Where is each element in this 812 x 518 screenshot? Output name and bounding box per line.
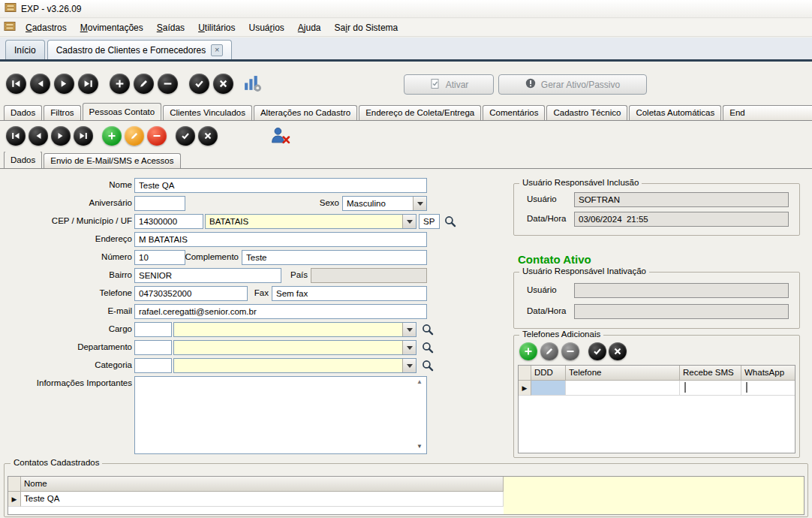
scroll-down-icon[interactable]: ▼: [417, 443, 423, 450]
menu-item-movimentacoes[interactable]: Movimentações: [74, 20, 150, 35]
tab-cadastro-clientes-fornecedores[interactable]: Cadastro de Clientes e Fornecedores ×: [47, 40, 232, 59]
confirm-record-button[interactable]: [189, 74, 209, 94]
tab-cadastro-tecnico[interactable]: Cadastro Técnico: [546, 105, 627, 120]
email-input[interactable]: [134, 304, 427, 319]
search-categoria-button[interactable]: [422, 360, 434, 372]
tab-enderecos-clipped[interactable]: End: [723, 105, 812, 120]
bairro-input[interactable]: [134, 268, 281, 283]
sexo-select[interactable]: Masculino: [342, 196, 427, 211]
search-municipio-button[interactable]: [444, 215, 456, 227]
municipio-select[interactable]: BATATAIS: [205, 214, 417, 229]
tab-contato-dados[interactable]: Dados: [4, 152, 42, 169]
contatos-grid-row[interactable]: ▶ Teste QA: [8, 492, 804, 507]
telefone-confirm-button[interactable]: [588, 342, 606, 360]
magnifier-icon: [422, 345, 434, 356]
tab-coletas-automaticas[interactable]: Coletas Automáticas: [629, 105, 721, 120]
cargo-code-input[interactable]: [134, 322, 172, 337]
dropdown-arrow-icon[interactable]: [402, 323, 416, 336]
col-whatsapp: WhatsApp: [741, 366, 795, 381]
menu-item-usuarios[interactable]: Usuários: [242, 20, 290, 35]
inativacao-datahora-label: Data/Hora: [527, 306, 566, 315]
remove-contact-access-button[interactable]: [270, 126, 290, 147]
add-record-button[interactable]: [110, 74, 130, 94]
recebe-sms-cell[interactable]: [680, 381, 741, 396]
fax-input[interactable]: [272, 286, 427, 301]
delete-record-button[interactable]: [158, 74, 178, 94]
last-record-button[interactable]: [78, 74, 98, 94]
numero-label: Número: [12, 252, 132, 261]
dropdown-arrow-icon[interactable]: [402, 341, 416, 354]
contact-confirm-button[interactable]: [176, 126, 195, 146]
telefone-input[interactable]: [134, 286, 248, 301]
cep-input[interactable]: [134, 214, 203, 229]
menu-item-sair-do-sistema[interactable]: Sair do Sistema: [328, 20, 405, 35]
next-record-button[interactable]: [54, 74, 74, 94]
endereco-input[interactable]: [134, 232, 427, 247]
search-departamento-button[interactable]: [422, 342, 434, 354]
tab-alteracoes-no-cadastro[interactable]: Alterações no Cadastro: [254, 105, 357, 120]
prev-record-button[interactable]: [30, 74, 50, 94]
tab-envio-email-sms-acessos[interactable]: Envio de E-Mail/SMS e Acessos: [44, 153, 180, 168]
menu-item-utilitarios[interactable]: Utilitários: [191, 20, 242, 35]
close-tab-icon[interactable]: ×: [211, 44, 223, 56]
telefone-cancel-button[interactable]: [609, 342, 627, 360]
uf-input[interactable]: [419, 214, 440, 229]
categoria-code-input[interactable]: [134, 358, 172, 373]
search-cargo-button[interactable]: [422, 324, 434, 336]
edit-record-button[interactable]: [134, 74, 154, 94]
whatsapp-checkbox[interactable]: [746, 382, 747, 393]
tab-endereco-coleta-entrega[interactable]: Endereço de Coleta/Entrega: [359, 105, 481, 120]
chart-button[interactable]: [243, 74, 262, 95]
departamento-label: Departamento: [12, 342, 132, 351]
contact-delete-button[interactable]: [147, 126, 167, 146]
row-selector-cell: ▶: [519, 381, 531, 396]
telefone-delete-button[interactable]: [561, 342, 579, 360]
informacoes-importantes-textarea[interactable]: [134, 376, 427, 454]
menu-item-cadastros[interactable]: Cadastros: [19, 20, 74, 35]
menu-bar: Cadastros Movimentações Saídas Utilitári…: [0, 19, 812, 37]
contact-prev-button[interactable]: [29, 126, 48, 146]
first-record-button[interactable]: [6, 74, 26, 94]
scroll-up-icon[interactable]: ▲: [417, 378, 423, 385]
numero-input[interactable]: [134, 250, 185, 265]
categoria-select[interactable]: [173, 358, 417, 373]
contact-first-button[interactable]: [6, 126, 26, 146]
tab-comentarios[interactable]: Comentários: [483, 105, 545, 120]
aniversario-input[interactable]: [134, 196, 185, 211]
contact-last-button[interactable]: [74, 126, 93, 146]
contact-cancel-button[interactable]: [198, 126, 218, 146]
menu-item-saidas[interactable]: Saídas: [150, 20, 191, 35]
menu-item-ajuda[interactable]: Ajuda: [291, 20, 328, 35]
nome-cell[interactable]: Teste QA: [21, 492, 504, 507]
contact-next-button[interactable]: [51, 126, 71, 146]
complemento-input[interactable]: [242, 250, 427, 265]
recebe-sms-checkbox[interactable]: [684, 382, 686, 393]
ativar-button[interactable]: Ativar: [404, 74, 494, 95]
inclusao-usuario-label: Usuário: [527, 194, 557, 203]
contatos-grid-header: Nome: [8, 477, 804, 492]
contact-add-button[interactable]: [102, 126, 122, 146]
tab-inicio[interactable]: Início: [5, 40, 45, 59]
telefone-edit-button[interactable]: [540, 342, 558, 360]
telefone-cell[interactable]: [566, 381, 680, 396]
tab-filtros[interactable]: Filtros: [44, 105, 80, 120]
dropdown-arrow-icon[interactable]: [402, 215, 416, 228]
dropdown-arrow-icon[interactable]: [402, 359, 416, 372]
departamento-select[interactable]: [173, 340, 417, 355]
cargo-select[interactable]: [173, 322, 417, 337]
tab-clientes-vinculados[interactable]: Clientes Vinculados: [163, 105, 252, 120]
tab-dados[interactable]: Dados: [4, 105, 42, 120]
whatsapp-cell[interactable]: [741, 381, 795, 396]
departamento-code-input[interactable]: [134, 340, 172, 355]
telefones-grid-row[interactable]: ▶: [519, 381, 795, 396]
gerar-ativo-passivo-button[interactable]: Gerar Ativo/Passivo: [498, 74, 647, 95]
cancel-record-button[interactable]: [213, 74, 233, 94]
nome-input[interactable]: [134, 178, 427, 193]
tab-pessoas-contato[interactable]: Pessoas Contato: [83, 103, 162, 121]
telefone-add-button[interactable]: [519, 342, 537, 360]
contact-edit-button[interactable]: [125, 126, 144, 146]
ddd-cell[interactable]: [531, 381, 566, 396]
inativacao-usuario-label: Usuário: [527, 285, 557, 294]
telefones-grid: DDD Telefone Recebe SMS WhatsApp ▶: [518, 365, 795, 453]
dropdown-arrow-icon[interactable]: [413, 197, 426, 210]
